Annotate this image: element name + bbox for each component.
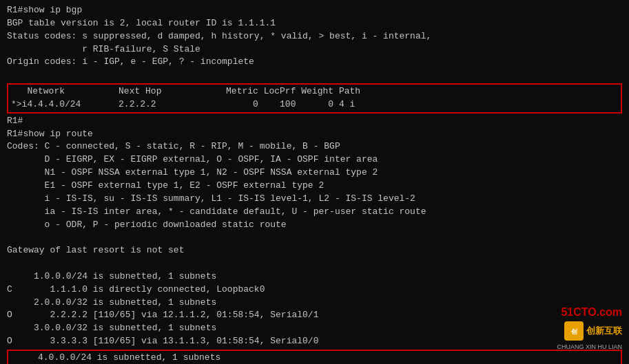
line-codes-4: E1 - OSPF external type 1, E2 - OSPF ext… xyxy=(7,180,622,193)
watermark-logo: 创 创新互联 xyxy=(564,321,622,341)
line-o-222: O 2.2.2.2 [110/65] via 12.1.1.2, 01:58:5… xyxy=(7,309,622,322)
svg-text:创: 创 xyxy=(570,328,577,336)
line-codes-7: o - ODR, P - periodic downloaded static … xyxy=(7,219,622,232)
line-r1-prompt: R1# xyxy=(7,115,622,128)
watermark-51cto: 51CTO.com xyxy=(561,306,622,319)
line-codes-2: D - EIGRP, EX - EIGRP external, O - OSPF… xyxy=(7,153,622,167)
logo-icon: 创 xyxy=(564,321,584,341)
logo-brand-text: 创新互联 xyxy=(586,325,622,337)
watermark-brand-en: CHUANG XIN HU LIAN xyxy=(557,343,622,350)
line-3-subnet: 3.0.0.0/32 is subnetted, 1 subnets xyxy=(7,322,622,335)
line-gateway: Gateway of last resort is not set xyxy=(7,244,622,257)
route-box: 4.0.0.0/24 is subnetted, 1 subnets B 4.4… xyxy=(7,350,622,364)
line-codes-6: ia - IS-IS inter area, * - candidate def… xyxy=(7,206,622,219)
line-6 xyxy=(7,69,622,82)
line-5: Origin codes: i - IGP, e - EGP, ? - inco… xyxy=(7,56,622,69)
line-4: r RIB-failure, S Stale xyxy=(7,43,622,56)
line-o-333: O 3.3.3.3 [110/65] via 13.1.1.3, 01:58:5… xyxy=(7,335,622,348)
line-3: Status codes: s suppressed, d damped, h … xyxy=(7,30,622,43)
line-codes-3: N1 - OSPF NSSA external type 1, N2 - OSP… xyxy=(7,167,622,180)
watermark-area: 51CTO.com 创 创新互联 CHUANG XIN HU LIAN xyxy=(557,306,622,350)
line-1-subnet: 1.0.0.0/24 is subnetted, 1 subnets xyxy=(7,270,622,283)
line-2-subnet: 2.0.0.0/32 is subnetted, 1 subnets xyxy=(7,297,622,310)
bgp-table-box: Network Next Hop Metric LocPrf Weight Pa… xyxy=(7,83,622,114)
bgp-data-row: *>i4.4.4.0/24 2.2.2.2 0 100 0 4 i xyxy=(11,98,618,111)
line-1: R1#show ip bgp xyxy=(7,4,622,17)
line-codes-5: i - IS-IS, su - IS-IS summary, L1 - IS-I… xyxy=(7,193,622,206)
bgp-header: Network Next Hop Metric LocPrf Weight Pa… xyxy=(11,85,618,98)
line-c-loopback: C 1.1.1.0 is directly connected, Loopbac… xyxy=(7,283,622,297)
terminal-window: R1#show ip bgp BGP table version is 2, l… xyxy=(0,0,629,364)
line-codes-1: Codes: C - connected, S - static, R - RI… xyxy=(7,140,622,153)
line-4-subnet: 4.0.0.0/24 is subnetted, 1 subnets xyxy=(11,352,618,364)
line-2: BGP table version is 2, local router ID … xyxy=(7,17,622,30)
line-show-route: R1#show ip route xyxy=(7,128,622,141)
line-blank2 xyxy=(7,231,622,244)
line-blank3 xyxy=(7,257,622,270)
